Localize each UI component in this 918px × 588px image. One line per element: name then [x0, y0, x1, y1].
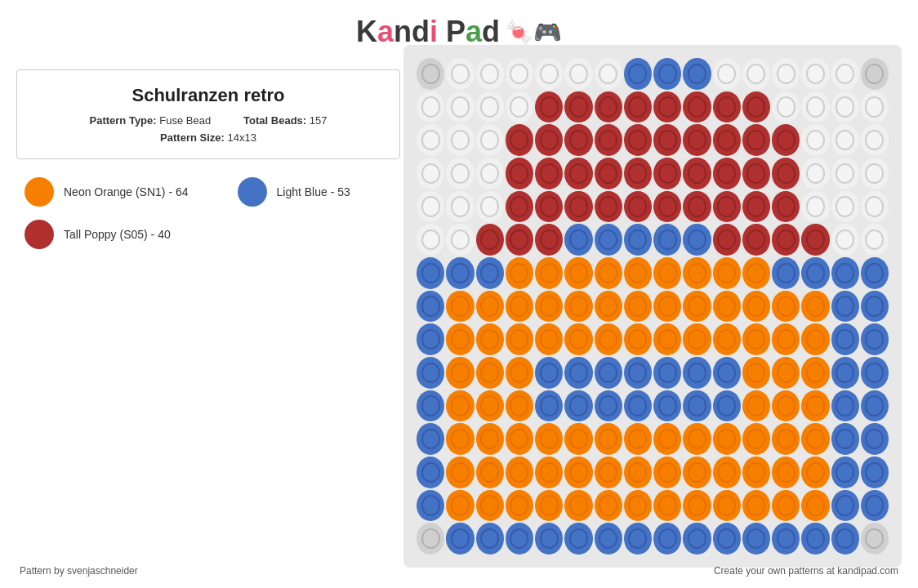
pattern-title: Schulranzen retro — [37, 85, 380, 106]
bead-14-8 — [653, 523, 681, 555]
bead-3-12 — [772, 158, 800, 189]
bead-1-12 — [772, 91, 800, 123]
bead-12-2 — [476, 457, 504, 488]
bead-14-12 — [772, 523, 800, 555]
bead-10-10 — [713, 390, 741, 422]
bead-3-0 — [417, 158, 444, 189]
logo-kandi: Kandi — [356, 15, 438, 48]
bead-1-2 — [476, 91, 504, 123]
bead-12-12 — [772, 457, 800, 488]
bead-8-14 — [831, 323, 859, 355]
bead-0-9 — [683, 58, 711, 90]
bead-6-0 — [417, 257, 444, 289]
bead-4-1 — [446, 191, 474, 223]
bead-5-9 — [683, 224, 711, 256]
bead-13-11 — [742, 490, 770, 522]
bead-11-1 — [446, 423, 474, 455]
bead-11-11 — [742, 423, 770, 455]
bead-8-0 — [417, 323, 444, 355]
bead-10-6 — [595, 390, 622, 422]
bead-9-5 — [564, 357, 592, 389]
bead-5-10 — [713, 224, 741, 256]
bead-6-1 — [446, 257, 474, 289]
bead-10-15 — [861, 390, 889, 422]
footer-attribution: Pattern by svenjaschneider — [20, 565, 138, 577]
bead-10-4 — [535, 390, 563, 422]
bead-2-0 — [417, 124, 444, 156]
bead-11-10 — [713, 423, 741, 455]
bead-4-11 — [742, 191, 770, 223]
pattern-type: Pattern Type: Fuse Bead — [90, 114, 212, 127]
bead-4-8 — [653, 191, 681, 223]
bead-12-0 — [417, 457, 444, 488]
bead-6-10 — [713, 257, 741, 289]
bead-8-5 — [564, 323, 592, 355]
bead-13-6 — [595, 490, 622, 522]
bead-0-7 — [624, 58, 652, 90]
bead-13-4 — [535, 490, 563, 522]
bead-4-0 — [417, 191, 444, 223]
bead-3-3 — [506, 158, 533, 189]
bead-13-0 — [417, 490, 444, 522]
bead-14-10 — [713, 523, 741, 555]
bead-12-11 — [742, 457, 770, 488]
bead-0-11 — [742, 58, 770, 90]
pattern-beads: Total Beads: 157 — [243, 114, 327, 127]
bead-9-0 — [417, 357, 444, 389]
bead-9-8 — [653, 357, 681, 389]
bead-13-15 — [861, 490, 889, 522]
bead-1-7 — [624, 91, 652, 123]
bead-0-13 — [801, 58, 829, 90]
bead-5-5 — [564, 224, 592, 256]
bead-5-3 — [506, 224, 533, 256]
swatch-tall-poppy — [25, 220, 54, 249]
swatch-light-blue — [238, 177, 267, 207]
bead-5-2 — [476, 224, 504, 256]
bead-8-3 — [506, 323, 533, 355]
bead-0-3 — [506, 58, 533, 90]
bead-3-9 — [683, 158, 711, 189]
bead-3-10 — [713, 158, 741, 189]
bead-8-8 — [653, 323, 681, 355]
bead-14-13 — [801, 523, 829, 555]
bead-2-10 — [713, 124, 741, 156]
bead-0-2 — [476, 58, 504, 90]
bead-4-2 — [476, 191, 504, 223]
bead-14-7 — [624, 523, 652, 555]
bead-13-2 — [476, 490, 504, 522]
bead-12-9 — [683, 457, 711, 488]
bead-5-14 — [831, 224, 859, 256]
bead-7-0 — [417, 291, 444, 323]
bead-7-15 — [861, 291, 889, 323]
bead-0-0 — [417, 58, 444, 90]
bead-9-7 — [624, 357, 652, 389]
bead-4-4 — [535, 191, 563, 223]
bead-4-5 — [564, 191, 592, 223]
bead-10-3 — [506, 390, 533, 422]
bead-7-1 — [446, 291, 474, 323]
bead-4-10 — [713, 191, 741, 223]
bead-8-6 — [595, 323, 622, 355]
bead-1-1 — [446, 91, 474, 123]
bead-3-2 — [476, 158, 504, 189]
bead-6-12 — [772, 257, 800, 289]
label-tall-poppy: Tall Poppy (S05) - 40 — [64, 228, 171, 241]
bead-2-2 — [476, 124, 504, 156]
bead-12-7 — [624, 457, 652, 488]
color-row-orange: Neon Orange (SN1) - 64 — [25, 177, 189, 207]
bead-10-12 — [772, 390, 800, 422]
bead-5-13 — [801, 224, 829, 256]
bead-10-9 — [683, 390, 711, 422]
bead-9-15 — [861, 357, 889, 389]
label-neon-orange: Neon Orange (SN1) - 64 — [64, 185, 189, 198]
bead-7-13 — [801, 291, 829, 323]
bead-10-5 — [564, 390, 592, 422]
color-columns: Neon Orange (SN1) - 64 Tall Poppy (S05) … — [25, 177, 392, 262]
bead-10-0 — [417, 390, 444, 422]
bead-14-1 — [446, 523, 474, 555]
bead-13-12 — [772, 490, 800, 522]
bead-2-9 — [683, 124, 711, 156]
bead-3-13 — [801, 158, 829, 189]
color-column-right: Light Blue - 53 — [238, 177, 350, 262]
bead-5-1 — [446, 224, 474, 256]
